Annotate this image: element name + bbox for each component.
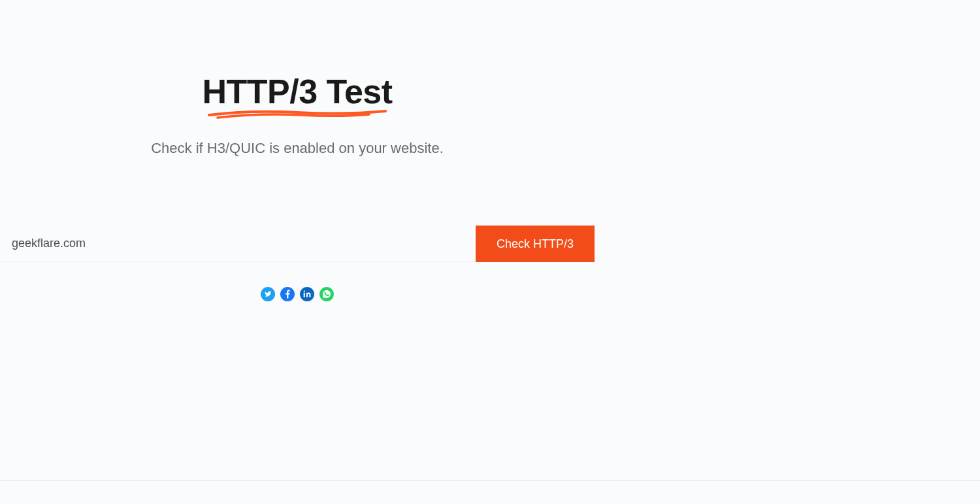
check-button[interactable]: Check HTTP/3 bbox=[476, 226, 595, 262]
facebook-icon[interactable] bbox=[280, 287, 295, 301]
linkedin-icon[interactable] bbox=[300, 287, 314, 301]
social-share-row bbox=[261, 287, 334, 301]
url-form: Check HTTP/3 bbox=[0, 226, 595, 262]
page-title: HTTP/3 Test bbox=[202, 72, 392, 111]
main-container: HTTP/3 Test Check if H3/QUIC is enabled … bbox=[0, 0, 595, 301]
whatsapp-icon[interactable] bbox=[319, 287, 334, 301]
footer-divider bbox=[0, 480, 980, 481]
title-section: HTTP/3 Test bbox=[202, 72, 392, 120]
title-underline-decoration bbox=[206, 109, 389, 120]
url-input[interactable] bbox=[0, 226, 476, 262]
twitter-icon[interactable] bbox=[261, 287, 275, 301]
page-subtitle: Check if H3/QUIC is enabled on your webs… bbox=[151, 140, 444, 157]
